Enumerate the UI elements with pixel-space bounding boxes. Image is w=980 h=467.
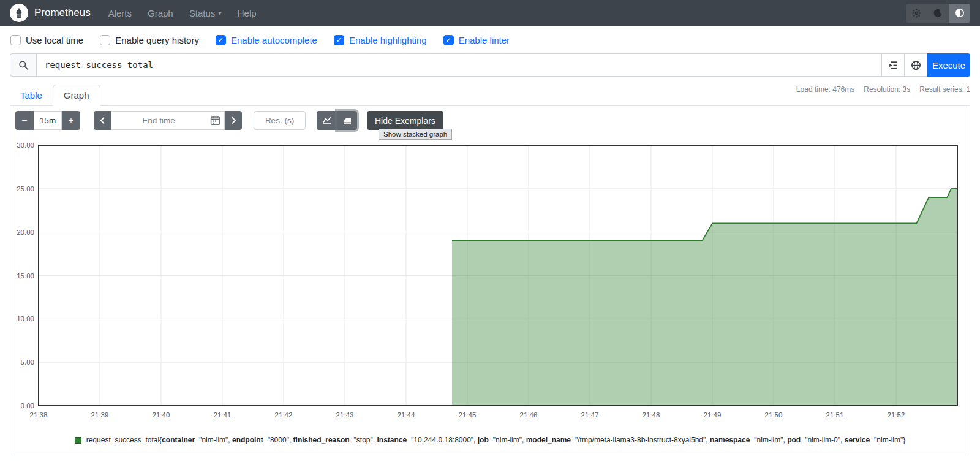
series-area — [452, 189, 957, 406]
nav-item-graph[interactable]: Graph — [140, 8, 181, 18]
query-stats: Load time: 476ms Resolution: 3s Result s… — [796, 83, 970, 94]
graph-canvas[interactable]: 30.0025.0020.0015.0010.005.000.0021:3821… — [10, 140, 968, 423]
x-axis-tick-label: 21:49 — [704, 411, 722, 419]
graph-panel: − + — [10, 106, 970, 454]
x-axis-tick-label: 21:41 — [214, 411, 232, 419]
hide-exemplars-button[interactable]: Hide Exemplars — [367, 111, 443, 130]
prometheus-logo-icon[interactable] — [10, 4, 28, 22]
checkbox-label: Enable query history — [115, 35, 199, 45]
y-axis-tick-label: 10.00 — [17, 315, 34, 322]
legend-swatch[interactable] — [75, 437, 81, 444]
end-time-wrap — [111, 111, 225, 130]
chevron-left-icon — [100, 116, 105, 124]
tab-graph[interactable]: Graph — [53, 85, 100, 106]
dark-mode-moon-icon[interactable] — [927, 4, 949, 23]
query-options-row: ✓Use local time✓Enable query history✓Ena… — [0, 26, 980, 53]
range-control-group: − + — [15, 111, 80, 130]
x-axis-tick-label: 21:52 — [888, 411, 905, 419]
nav-menu: AlertsGraphStatus▾Help — [100, 8, 265, 18]
circle-half-icon — [955, 8, 965, 18]
graph-controls: − + — [10, 106, 970, 135]
flame-icon — [13, 7, 25, 19]
chart-area: 30.0025.0020.0015.0010.005.000.0021:3821… — [10, 140, 970, 426]
chevron-right-icon — [231, 116, 236, 124]
x-axis-tick-label: 21:48 — [643, 411, 660, 419]
x-axis-tick-label: 21:43 — [336, 411, 354, 419]
x-axis-tick-label: 21:44 — [398, 411, 415, 419]
show-stacked-graph-button[interactable] — [337, 111, 357, 130]
nav-item-status[interactable]: Status▾ — [181, 8, 230, 18]
auto-theme-icon[interactable] — [949, 4, 970, 23]
y-axis-tick-label: 20.00 — [17, 229, 34, 236]
execute-button[interactable]: Execute — [927, 53, 970, 77]
checkbox-label: Enable autocomplete — [231, 35, 317, 45]
format-expression-icon — [888, 60, 899, 70]
x-axis-tick-label: 21:39 — [91, 411, 109, 419]
x-axis-tick-label: 21:51 — [826, 411, 844, 419]
stacked-graph-icon — [342, 116, 352, 125]
unchecked-checkbox-icon[interactable]: ✓ — [100, 35, 110, 45]
checkbox-enable-highlighting[interactable]: ✓Enable highlighting — [334, 35, 427, 45]
legend-series-label[interactable]: request_success_total{container="nim-llm… — [86, 436, 906, 444]
checked-checkbox-icon[interactable]: ✓ — [216, 35, 226, 45]
x-axis-tick-label: 21:42 — [275, 411, 293, 419]
line-graph-icon — [322, 116, 332, 125]
x-axis-tick-label: 21:47 — [581, 411, 599, 419]
show-line-graph-button[interactable] — [317, 111, 337, 130]
search-addon — [10, 53, 37, 77]
next-time-button[interactable] — [225, 111, 242, 130]
x-axis-tick-label: 21:50 — [765, 411, 783, 419]
resolution-input[interactable] — [254, 111, 306, 130]
query-bar: Execute — [10, 53, 970, 77]
theme-switcher — [906, 4, 970, 23]
chart-legend: request_success_total{container="nim-llm… — [10, 436, 970, 444]
y-axis-tick-label: 15.00 — [17, 272, 34, 279]
stacked-graph-tooltip: Show stacked graph — [379, 129, 452, 140]
load-time-stat: Load time: 476ms — [796, 85, 854, 94]
y-axis-tick-label: 0.00 — [21, 402, 34, 409]
checkbox-enable-query-history[interactable]: ✓Enable query history — [100, 35, 199, 45]
gear-icon — [912, 9, 921, 18]
tab-table[interactable]: Table — [10, 85, 53, 105]
moon-icon — [933, 9, 943, 18]
resolution-stat: Resolution: 3s — [864, 85, 910, 94]
increase-range-button[interactable]: + — [62, 111, 80, 130]
format-expression-button[interactable] — [881, 53, 905, 77]
y-axis-tick-label: 25.00 — [17, 185, 34, 192]
search-icon — [18, 60, 29, 70]
checkbox-label: Use local time — [26, 35, 83, 45]
end-time-input[interactable] — [111, 111, 225, 130]
checkbox-use-local-time[interactable]: ✓Use local time — [10, 35, 83, 45]
y-axis-tick-label: 5.00 — [21, 359, 34, 366]
nav-item-help[interactable]: Help — [230, 8, 265, 18]
settings-gear-icon[interactable] — [906, 4, 927, 23]
top-navbar: Prometheus AlertsGraphStatus▾Help — [0, 0, 980, 26]
x-axis-tick-label: 21:46 — [520, 411, 538, 419]
checkbox-label: Enable highlighting — [349, 35, 427, 45]
checked-checkbox-icon[interactable]: ✓ — [443, 35, 454, 45]
checkbox-label: Enable linter — [459, 35, 510, 45]
unchecked-checkbox-icon[interactable]: ✓ — [10, 35, 21, 45]
checkbox-enable-linter[interactable]: ✓Enable linter — [443, 35, 510, 45]
dropdown-caret-icon: ▾ — [218, 9, 222, 17]
checkbox-enable-autocomplete[interactable]: ✓Enable autocomplete — [216, 35, 317, 45]
globe-icon — [911, 60, 921, 70]
time-control-group — [94, 111, 242, 130]
checked-checkbox-icon[interactable]: ✓ — [334, 35, 344, 45]
result-series-stat: Result series: 1 — [919, 85, 970, 94]
x-axis-tick-label: 21:38 — [30, 411, 48, 419]
y-axis-tick-label: 30.00 — [17, 142, 34, 149]
graph-type-group — [317, 111, 357, 130]
decrease-range-button[interactable]: − — [15, 111, 34, 130]
x-axis-tick-label: 21:45 — [459, 411, 477, 419]
range-input[interactable] — [34, 111, 62, 130]
query-expression-input[interactable] — [36, 53, 882, 77]
x-axis-tick-label: 21:40 — [153, 411, 170, 419]
result-tabs: Table Graph Load time: 476ms Resolution:… — [10, 83, 970, 106]
brand-title[interactable]: Prometheus — [34, 7, 91, 19]
nav-item-alerts[interactable]: Alerts — [100, 8, 140, 18]
metrics-explorer-button[interactable] — [904, 53, 927, 77]
previous-time-button[interactable] — [94, 111, 111, 130]
